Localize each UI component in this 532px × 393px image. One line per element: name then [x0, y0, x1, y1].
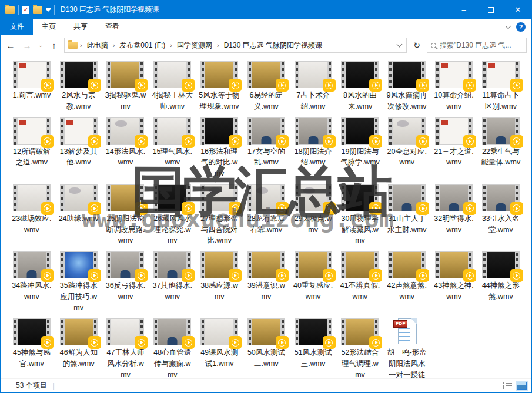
video-thumbnail	[435, 251, 473, 278]
up-button[interactable]: ↑	[48, 41, 61, 51]
expand-ribbon-icon[interactable]	[506, 23, 511, 29]
maximize-button[interactable]	[477, 1, 504, 19]
tab-file[interactable]: 文件	[1, 19, 33, 35]
customize-toolbar-dropdown-icon[interactable]	[46, 8, 51, 12]
breadcrumb-parent-folder[interactable]: 国学资源网	[175, 41, 215, 51]
breadcrumb-this-pc[interactable]: 此电脑	[85, 41, 111, 51]
file-item[interactable]: 10算命介绍.wmv	[430, 61, 477, 112]
file-item[interactable]: 13解梦及其他.wmv	[55, 117, 102, 169]
file-item[interactable]: 19阴阳法与气脉学.wmv	[337, 117, 384, 169]
file-item[interactable]: 38感应源.wmv	[196, 251, 243, 303]
file-item[interactable]: 35路冲得水应用技巧.wmv	[55, 251, 102, 313]
file-name: 5风水等于物理现象.wmv	[199, 90, 240, 112]
file-item[interactable]: 15理气风水.wmv	[149, 117, 196, 169]
file-item[interactable]: 43神煞之神.wmv	[430, 251, 477, 303]
file-item[interactable]: 29太极点.wmv	[290, 184, 337, 236]
file-item[interactable]: 36反弓得水.wmv	[102, 251, 149, 303]
file-item[interactable]: PDF 胡一鸣-形峦阴阳法风水一对一授徒班理论...	[383, 318, 430, 378]
play-overlay-icon	[88, 336, 101, 349]
back-button[interactable]: ←	[4, 41, 17, 51]
file-item[interactable]: 4揭秘王林大师.wmv	[149, 61, 196, 112]
file-item[interactable]: 22乘生气与能量体.wmv	[477, 117, 524, 169]
details-view-icon[interactable]	[503, 382, 512, 389]
file-item[interactable]: 45神煞与感官.wmv	[8, 318, 55, 370]
video-thumbnail	[482, 117, 520, 145]
filmstrip-sprockets	[247, 184, 252, 211]
file-name: 12所谓破解之道.wmv	[11, 146, 52, 169]
file-item[interactable]: 39潜意识.wmv	[243, 251, 290, 303]
file-item[interactable]: 44神煞之形煞.wmv	[477, 251, 524, 303]
file-name: 28龙有靠后有靠.wmv	[246, 213, 287, 236]
file-item[interactable]: 21三才之道.wmv	[430, 117, 477, 169]
file-item[interactable]: 52形法结合理气调理.wmv	[337, 318, 384, 378]
refresh-icon[interactable]: ↻	[410, 41, 423, 50]
play-overlay-icon	[323, 202, 336, 215]
large-icons-view-icon[interactable]	[517, 382, 527, 390]
file-name: 3揭秘驱鬼.wmv	[105, 90, 146, 112]
status-divider: |	[53, 382, 55, 390]
file-item[interactable]: 40重复感应.wmv	[290, 251, 337, 303]
minimize-button[interactable]: –	[450, 1, 477, 19]
file-item[interactable]: 17玄与空的乱.wmv	[243, 117, 290, 169]
file-item[interactable]: 51风水测试三.wmv	[290, 318, 337, 370]
breadcrumb[interactable]: › 此电脑 › 发布盘001 (F:) › 国学资源网 › D130 巨志远 气…	[64, 38, 407, 53]
play-overlay-icon	[276, 269, 289, 282]
file-item[interactable]: 31山主人丁水主财.wmv	[383, 184, 430, 236]
file-item[interactable]: 41不辨真假.wmv	[337, 251, 384, 303]
file-item[interactable]: 46鲜为人知的煞.wmv	[55, 318, 102, 370]
file-item[interactable]: 26藏风风水理论探究.wmv	[149, 184, 196, 246]
file-item[interactable]: 3揭秘驱鬼.wmv	[102, 61, 149, 112]
file-item[interactable]: 12所谓破解之道.wmv	[8, 117, 55, 169]
file-item[interactable]: 1.前言.wmv	[8, 61, 55, 112]
file-item[interactable]: 9风水癫痫再次修改.wmv	[383, 61, 430, 112]
file-name: 31山主人丁水主财.wmv	[386, 213, 427, 236]
tab-view[interactable]: 查看	[96, 19, 128, 35]
properties-icon[interactable]: ✓	[22, 6, 29, 14]
file-item[interactable]: 23磁场效应.wmv	[8, 184, 55, 236]
file-item[interactable]: 18阴阳法介绍.wmv	[290, 117, 337, 169]
file-item[interactable]: 49课风水测试1.wmv	[196, 318, 243, 370]
video-thumbnail	[388, 61, 426, 88]
file-item[interactable]: 2风水与宗教.wmv	[55, 61, 102, 112]
file-item[interactable]: 33引水入名堂.wmv	[477, 184, 524, 236]
file-name: 22乘生气与能量体.wmv	[480, 146, 521, 169]
forward-button[interactable]: →	[21, 41, 34, 51]
breadcrumb-drive[interactable]: 发布盘001 (F:)	[117, 41, 168, 51]
address-dropdown-icon[interactable]	[397, 42, 403, 48]
file-item[interactable]: 6易经的定义.wmv	[243, 61, 290, 112]
file-item[interactable]: 5风水等于物理现象.wmv	[196, 61, 243, 112]
play-overlay-icon	[369, 79, 382, 92]
close-button[interactable]: ✕	[504, 1, 531, 19]
filmstrip-sprockets	[200, 251, 205, 278]
file-item[interactable]: 28龙有靠后有靠.wmv	[243, 184, 290, 236]
file-item[interactable]: 7占卜术介绍.wmv	[290, 61, 337, 112]
file-item[interactable]: 24助缘.wmv	[55, 184, 102, 235]
file-item[interactable]: 30用物理学解读藏风.wmv	[337, 184, 384, 246]
breadcrumb-separator-icon: ›	[169, 42, 173, 49]
new-folder-icon[interactable]	[33, 6, 42, 14]
file-item[interactable]: 37其他得水.wmv	[149, 251, 196, 303]
breadcrumb-current-folder[interactable]: D130 巨志远 气脉阴阳学视频课	[222, 41, 324, 51]
file-name: 6易经的定义.wmv	[246, 90, 287, 112]
file-item[interactable]: 47王林大师风水分析.wmv	[102, 318, 149, 378]
file-name: 33引水入名堂.wmv	[480, 213, 521, 236]
file-item[interactable]: 11算命占卜区别.wmv	[477, 61, 524, 112]
recent-locations-icon[interactable]: ⌄	[37, 42, 44, 48]
video-thumbnail	[435, 184, 473, 211]
file-item[interactable]: 14形法风水.wmv	[102, 117, 149, 169]
tab-home[interactable]: 主页	[33, 19, 65, 35]
file-item[interactable]: 50风水测试二.wmv	[243, 318, 290, 370]
file-item[interactable]: 25阴阳法论断调改思路.wmv	[102, 184, 149, 246]
file-item[interactable]: 8风水的由来.wmv	[337, 61, 384, 112]
file-item[interactable]: 32明堂得水.wmv	[430, 184, 477, 236]
file-item[interactable]: 16形法和理气的对比.wmv	[196, 117, 243, 179]
file-item[interactable]: 48心血管遗传与癫痫.wmv	[149, 318, 196, 378]
file-item[interactable]: 42声煞意煞.wmv	[383, 251, 430, 303]
tab-share[interactable]: 共享	[65, 19, 96, 35]
file-item[interactable]: 34路冲风水.wmv	[8, 251, 55, 303]
file-item[interactable]: 27理想形峦与四合院对比.wmv	[196, 184, 243, 246]
video-thumbnail	[200, 251, 238, 278]
file-item[interactable]: 20全息对应.wmv	[383, 117, 430, 169]
help-icon[interactable]: ?	[516, 22, 526, 32]
search-input[interactable]: 搜索"D130 巨志远 气...	[427, 38, 527, 53]
